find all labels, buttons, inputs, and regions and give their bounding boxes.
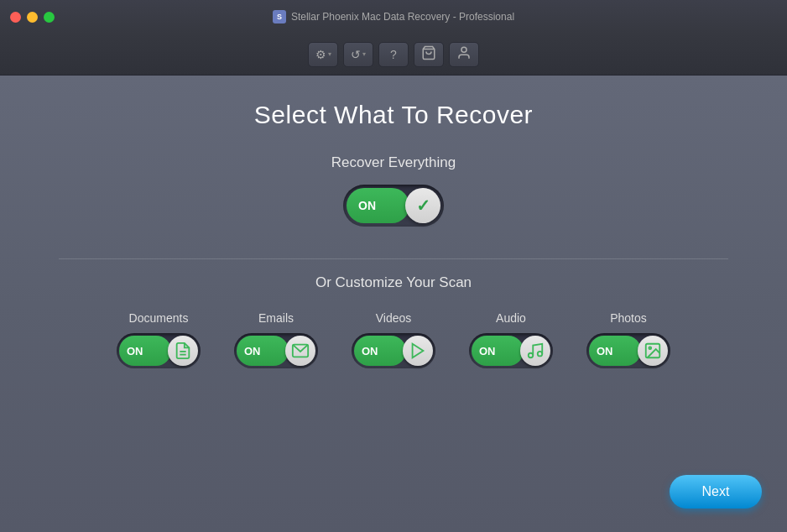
videos-toggle-label: ON bbox=[362, 345, 378, 357]
toggle-knob: ✓ bbox=[405, 188, 440, 223]
customize-label: Or Customize Your Scan bbox=[315, 274, 472, 291]
history-icon: ↺ bbox=[351, 48, 361, 61]
photos-toggle-knob bbox=[638, 336, 668, 366]
photo-icon bbox=[644, 342, 662, 360]
audio-label: Audio bbox=[496, 311, 526, 325]
email-icon bbox=[291, 342, 310, 360]
category-documents: Documents ON bbox=[117, 311, 201, 368]
help-button[interactable]: ? bbox=[378, 42, 409, 67]
photos-toggle[interactable]: ON bbox=[586, 333, 670, 368]
app-title: S Stellar Phoenix Mac Data Recovery - Pr… bbox=[273, 10, 514, 23]
minimize-button[interactable] bbox=[27, 12, 38, 23]
svg-point-1 bbox=[461, 47, 466, 52]
emails-toggle[interactable]: ON bbox=[234, 333, 318, 368]
toggle-track bbox=[347, 188, 409, 223]
audio-toggle-label: ON bbox=[479, 345, 496, 357]
category-audio: Audio ON bbox=[469, 311, 553, 368]
toggle-on-label: ON bbox=[358, 199, 376, 212]
photos-label: Photos bbox=[610, 311, 647, 325]
section-divider bbox=[59, 258, 727, 259]
history-arrow-icon: ▾ bbox=[362, 50, 366, 58]
emails-label: Emails bbox=[258, 311, 294, 325]
page-title: Select What To Recover bbox=[254, 101, 533, 129]
settings-button[interactable]: ⚙ ▾ bbox=[308, 42, 338, 67]
category-photos: Photos ON bbox=[586, 311, 670, 368]
videos-label: Videos bbox=[376, 311, 412, 325]
audio-icon bbox=[526, 342, 545, 360]
audio-toggle-knob bbox=[520, 336, 550, 366]
svg-point-7 bbox=[538, 352, 543, 357]
titlebar: S Stellar Phoenix Mac Data Recovery - Pr… bbox=[0, 0, 787, 34]
window-controls bbox=[10, 12, 55, 23]
next-button[interactable]: Next bbox=[670, 475, 762, 509]
videos-toggle[interactable]: ON bbox=[352, 333, 435, 368]
main-content: Select What To Recover Recover Everythin… bbox=[0, 76, 787, 532]
recover-everything-section: Recover Everything ON ✓ bbox=[331, 154, 456, 227]
help-icon: ? bbox=[390, 48, 397, 61]
documents-label: Documents bbox=[129, 311, 189, 325]
category-emails: Emails ON bbox=[234, 311, 318, 368]
photos-toggle-label: ON bbox=[597, 345, 613, 357]
category-videos: Videos ON bbox=[352, 311, 435, 368]
svg-point-9 bbox=[649, 347, 651, 349]
document-icon bbox=[174, 342, 192, 360]
recover-everything-label: Recover Everything bbox=[331, 154, 456, 171]
maximize-button[interactable] bbox=[44, 12, 55, 23]
checkmark-icon: ✓ bbox=[416, 196, 430, 216]
categories-container: Documents ON Emails ON bbox=[117, 311, 670, 368]
account-button[interactable] bbox=[449, 42, 479, 67]
svg-marker-5 bbox=[413, 344, 424, 358]
account-icon bbox=[456, 45, 472, 63]
title-text: Stellar Phoenix Mac Data Recovery - Prof… bbox=[291, 11, 514, 23]
toolbar: ⚙ ▾ ↺ ▾ ? bbox=[0, 34, 787, 76]
app-logo: S bbox=[273, 10, 286, 23]
documents-toggle[interactable]: ON bbox=[117, 333, 201, 368]
videos-toggle-knob bbox=[403, 336, 433, 366]
emails-toggle-knob bbox=[285, 336, 315, 366]
cart-button[interactable] bbox=[414, 42, 444, 67]
documents-toggle-knob bbox=[168, 336, 198, 366]
cart-icon bbox=[421, 45, 436, 63]
settings-arrow-icon: ▾ bbox=[328, 50, 331, 58]
close-button[interactable] bbox=[10, 12, 21, 23]
recover-everything-toggle[interactable]: ON ✓ bbox=[343, 185, 444, 227]
history-button[interactable]: ↺ ▾ bbox=[343, 42, 373, 67]
video-icon bbox=[409, 342, 427, 360]
settings-icon: ⚙ bbox=[315, 48, 326, 61]
audio-toggle[interactable]: ON bbox=[469, 333, 553, 368]
emails-toggle-label: ON bbox=[244, 345, 261, 357]
svg-point-6 bbox=[529, 353, 534, 358]
documents-toggle-label: ON bbox=[127, 345, 143, 357]
